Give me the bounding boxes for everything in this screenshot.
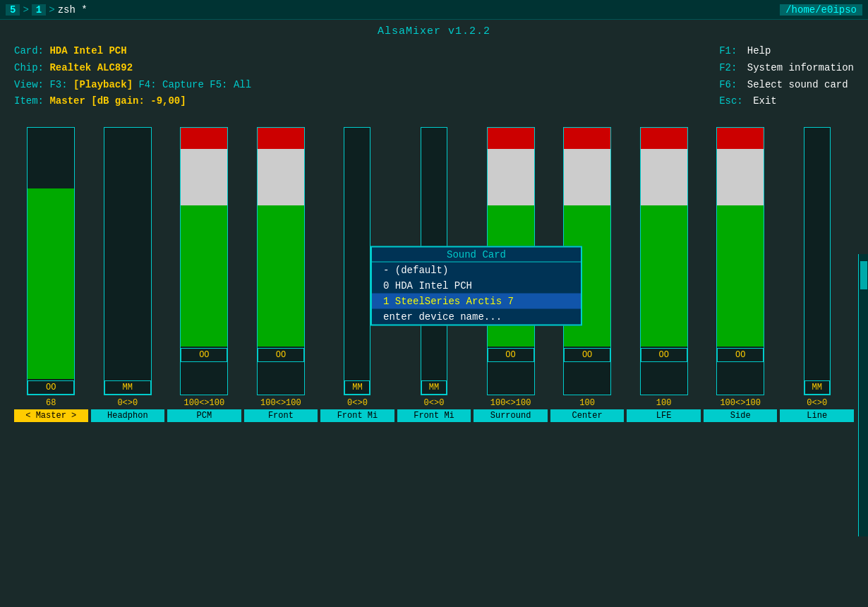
channel-name-headphone[interactable]: Headphon <box>91 409 165 422</box>
chip-info: Chip: Realtek ALC892 <box>14 60 251 77</box>
view-info: View: F3: [Playback] F4: Capture F5: All <box>14 77 251 94</box>
fader-white-surround <box>488 149 534 205</box>
channel-name-side[interactable]: Side <box>704 409 778 422</box>
fader-label-headphone: MM <box>104 380 151 395</box>
view-all[interactable]: All <box>234 79 251 90</box>
item-value: Master [dB gain: -9,00] <box>49 95 186 107</box>
f6-key[interactable]: F6: <box>719 79 737 90</box>
fader-green-side <box>717 205 764 347</box>
fader-green-lfe <box>641 205 687 347</box>
channel-value-master: 68 <box>46 398 56 408</box>
view-label: View: <box>14 79 44 90</box>
f1-key[interactable]: F1: <box>719 45 737 56</box>
view-capture[interactable]: Capture <box>162 79 204 90</box>
fader-white-side <box>717 149 764 205</box>
fader-red-surround <box>488 128 534 149</box>
channel-value-front: 100<>100 <box>260 398 301 408</box>
fader-red-front <box>258 128 304 149</box>
popup-box[interactable]: Sound Card - (default)0 HDA Intel PCH1 S… <box>370 246 582 326</box>
channel-name-center[interactable]: Center <box>550 409 625 422</box>
fader-white-pcm <box>181 149 227 205</box>
fader-red-pcm <box>181 128 227 149</box>
channel-value-lfe: 100 <box>656 398 672 408</box>
popup-title: Sound Card <box>372 248 581 263</box>
fader-pcm[interactable]: OO <box>180 127 228 395</box>
channel-strip-lfe[interactable]: OO100LFE <box>627 127 701 459</box>
channel-name-pcm[interactable]: PCM <box>167 409 241 422</box>
view-f5-label[interactable]: F5: <box>210 79 227 90</box>
popup-item-3[interactable]: enter device name... <box>372 309 581 325</box>
fader-side[interactable]: OO <box>716 127 764 395</box>
f1-shortcut: F1: Help <box>719 43 854 60</box>
fader-white-center <box>564 149 610 205</box>
tab-number[interactable]: 5 <box>6 4 20 16</box>
scroll-thumb[interactable] <box>860 261 867 289</box>
channel-strip-master[interactable]: OO68< Master > <box>14 127 88 459</box>
channel-value-side: 100<>100 <box>720 398 761 408</box>
channel-name-front[interactable]: Front <box>244 409 318 422</box>
view-playback[interactable]: [Playback] <box>73 79 133 90</box>
scrollbar[interactable] <box>858 254 868 536</box>
esc-val: Exit <box>753 95 777 107</box>
fader-label-lfe: OO <box>641 348 687 362</box>
fader-label-center: OO <box>564 348 610 362</box>
item-info: Item: Master [dB gain: -9,00] <box>14 93 251 110</box>
popup-item-1[interactable]: 0 HDA Intel PCH <box>372 278 581 294</box>
channel-name-line[interactable]: Line <box>780 409 854 422</box>
fader-label-frontmi2: MM <box>421 380 447 395</box>
fader-label-line: MM <box>804 380 830 395</box>
channel-name-lfe[interactable]: LFE <box>627 409 701 422</box>
card-value: HDA Intel PCH <box>49 45 126 56</box>
fader-white-front <box>258 149 304 205</box>
info-left: Card: HDA Intel PCH Chip: Realtek ALC892… <box>14 43 251 110</box>
fader-label-surround: OO <box>488 348 534 362</box>
fader-line[interactable]: MM <box>804 127 831 395</box>
channel-name-surround[interactable]: Surround <box>474 409 548 422</box>
sound-card-popup[interactable]: Sound Card - (default)0 HDA Intel PCH1 S… <box>370 246 582 326</box>
channel-strip-line[interactable]: MM0<>0Line <box>780 127 854 459</box>
channel-strip-front[interactable]: OO100<>100Front <box>244 127 318 459</box>
info-section: Card: HDA Intel PCH Chip: Realtek ALC892… <box>0 40 868 113</box>
fader-white-lfe <box>641 149 687 205</box>
f2-key[interactable]: F2: <box>719 62 737 73</box>
channel-name-master[interactable]: < Master > <box>14 409 88 422</box>
channel-value-surround: 100<>100 <box>490 398 531 408</box>
fader-front[interactable]: OO <box>257 127 305 395</box>
esc-shortcut: Esc: Exit <box>719 93 854 110</box>
fader-red-center <box>564 128 610 149</box>
channel-value-frontmi1: 0<>0 <box>347 398 368 408</box>
channel-value-headphone: 0<>0 <box>117 398 138 408</box>
fader-lfe[interactable]: OO <box>640 127 688 395</box>
pane-number: 1 <box>32 4 46 16</box>
channel-name-frontmi1[interactable]: Front Mi <box>320 409 394 422</box>
f2-shortcut: F2: System information <box>719 60 854 77</box>
arrow1: > <box>23 4 28 16</box>
fader-label-frontmi1: MM <box>344 380 370 395</box>
info-right: F1: Help F2: System information F6: Sele… <box>719 43 854 110</box>
fader-red-lfe <box>641 128 687 149</box>
top-bar-left: 5 > 1 > zsh * <box>6 4 88 16</box>
channel-strip-pcm[interactable]: OO100<>100PCM <box>167 127 241 459</box>
channel-value-frontmi2: 0<>0 <box>424 398 445 408</box>
top-bar: 5 > 1 > zsh * /home/e0ipso <box>0 0 868 20</box>
f6-shortcut: F6: Select sound card <box>719 77 854 94</box>
popup-item-0[interactable]: - (default) <box>372 263 581 278</box>
channel-strip-headphone[interactable]: MM0<>0Headphon <box>91 127 165 459</box>
f2-val: System information <box>747 62 854 73</box>
fader-green-pcm <box>181 205 227 347</box>
view-f4-label[interactable]: F4: <box>138 79 156 90</box>
fader-frontmi1[interactable]: MM <box>344 127 370 395</box>
view-f3[interactable]: F3: <box>49 79 67 90</box>
fader-headphone[interactable]: MM <box>104 127 152 395</box>
popup-item-2[interactable]: 1 SteelSeries Arctis 7 <box>372 294 581 309</box>
channel-name-frontmi2[interactable]: Front Mi <box>397 409 471 422</box>
channel-value-center: 100 <box>579 398 595 408</box>
fader-master[interactable]: OO <box>27 127 75 395</box>
channel-value-line: 0<>0 <box>807 398 827 408</box>
chip-value: Realtek ALC892 <box>49 62 133 73</box>
shell-name: zsh * <box>58 4 88 16</box>
esc-key[interactable]: Esc: <box>719 95 743 107</box>
item-label: Item: <box>14 95 44 107</box>
fader-label-front: OO <box>258 348 304 362</box>
channel-strip-side[interactable]: OO100<>100Side <box>704 127 778 459</box>
